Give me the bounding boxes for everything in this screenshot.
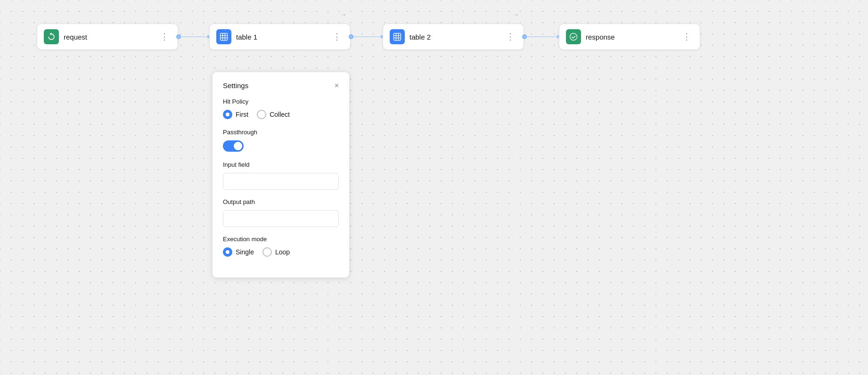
table1-icon-bg	[216, 29, 231, 44]
execution-mode-radio-group: Single Loop	[223, 247, 339, 257]
svg-overlay: → →	[0, 0, 868, 375]
table2-node-wrapper: table 2 ⋮ Edit Table Settings	[383, 24, 451, 35]
table1-node: table 1 ⋮	[209, 24, 351, 50]
table1-connector-right	[349, 34, 353, 39]
output-path-input[interactable]	[223, 210, 339, 227]
request-label: request	[64, 33, 154, 41]
hit-policy-collect-label: Collect	[270, 111, 290, 118]
hit-policy-collect-option[interactable]: Collect	[257, 110, 290, 119]
hit-policy-section: Hit Policy First Collect	[223, 98, 339, 119]
hit-policy-first-label: First	[236, 111, 248, 118]
svg-point-18	[570, 33, 577, 41]
response-icon	[569, 32, 578, 41]
table2-node: table 2 ⋮	[383, 24, 524, 50]
input-field-label: Input field	[223, 161, 339, 168]
execution-mode-label: Execution mode	[223, 236, 339, 243]
table2-icon	[393, 32, 402, 41]
input-field-section: Input field	[223, 161, 339, 190]
passthrough-toggle[interactable]	[223, 140, 244, 152]
hit-policy-collect-radio[interactable]	[257, 110, 266, 119]
table1-label: table 1	[236, 33, 326, 41]
canvas: → → request ⋮	[0, 0, 868, 375]
table2-connector-right	[522, 34, 527, 39]
table2-label: table 2	[409, 33, 500, 41]
hit-policy-first-radio[interactable]	[223, 110, 232, 119]
settings-close-button[interactable]: ×	[335, 82, 339, 90]
toggle-thumb	[234, 142, 242, 150]
table2-icon-bg	[390, 29, 405, 44]
hit-policy-radio-group: First Collect	[223, 110, 339, 119]
response-menu[interactable]: ⋮	[680, 30, 693, 44]
hit-policy-first-option[interactable]: First	[223, 110, 248, 119]
request-icon-bg	[44, 29, 59, 44]
request-connector-right	[176, 34, 181, 39]
execution-mode-single-option[interactable]: Single	[223, 247, 254, 257]
request-node: request ⋮	[37, 24, 178, 50]
passthrough-section: Passthrough	[223, 129, 339, 152]
table1-menu[interactable]: ⋮	[331, 30, 344, 44]
input-field-input[interactable]	[223, 173, 339, 190]
execution-mode-loop-label: Loop	[275, 248, 290, 256]
request-menu[interactable]: ⋮	[158, 30, 171, 44]
response-node: response ⋮	[559, 24, 700, 50]
execution-mode-single-radio[interactable]	[223, 247, 232, 257]
svg-text:→: →	[513, 11, 519, 18]
passthrough-label: Passthrough	[223, 129, 339, 136]
svg-rect-8	[221, 33, 228, 41]
execution-mode-loop-radio[interactable]	[262, 247, 272, 257]
svg-rect-13	[394, 33, 401, 41]
settings-panel: Settings × Hit Policy First Collect Pass…	[212, 72, 350, 278]
response-label: response	[586, 33, 676, 41]
execution-mode-single-label: Single	[236, 248, 254, 256]
hit-policy-label: Hit Policy	[223, 98, 339, 105]
svg-text:→: →	[340, 11, 347, 18]
settings-title: Settings	[223, 82, 248, 90]
table2-menu[interactable]: ⋮	[504, 30, 517, 44]
settings-header: Settings ×	[223, 82, 339, 90]
output-path-label: Output path	[223, 198, 339, 205]
table1-node-wrapper: table 1 ⋮ Edit Table Settings	[209, 24, 278, 35]
execution-mode-loop-option[interactable]: Loop	[262, 247, 290, 257]
refresh-icon	[47, 32, 56, 41]
output-path-section: Output path	[223, 198, 339, 227]
execution-mode-section: Execution mode Single Loop	[223, 236, 339, 257]
table-icon	[219, 32, 229, 41]
response-icon-bg	[566, 29, 581, 44]
